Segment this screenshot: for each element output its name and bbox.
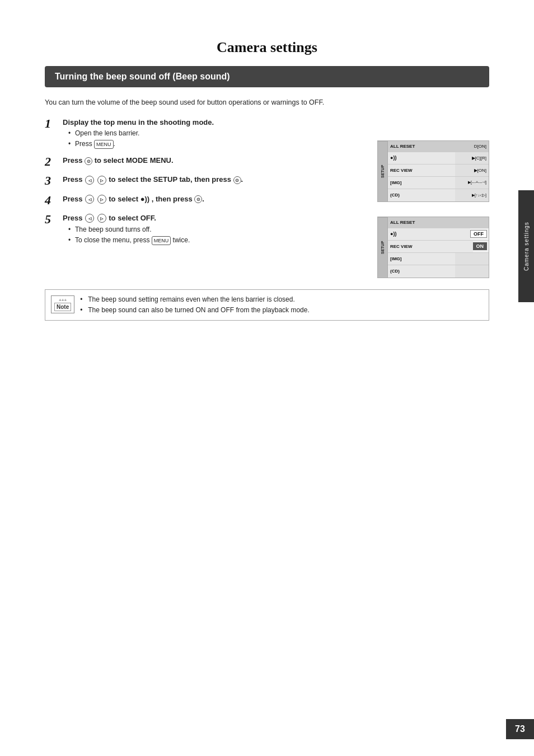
section-header: Turning the beep sound off (Beep sound) xyxy=(45,66,489,87)
menu2-cd-val xyxy=(455,265,489,278)
menu2-row-beep: ●)) OFF xyxy=(388,228,489,241)
menu2-cd-label: (CD) xyxy=(388,265,455,278)
note-line-2: The beep sound can also be turned ON and… xyxy=(80,305,310,316)
menu2-row-recview: REC VIEW ON xyxy=(388,241,489,253)
menu-beep-label: ●)) xyxy=(388,152,455,164)
menu2-beep-buttons: OFF xyxy=(470,228,489,240)
right-nav-icon-4: ▷ xyxy=(97,195,106,204)
menu-all-reset: ALL RESET xyxy=(388,141,455,152)
step-5-line-1: The beep sound turns off. xyxy=(68,224,366,235)
left-nav-icon: ◁ xyxy=(85,176,94,185)
step-4-number: 4 xyxy=(45,194,63,207)
step-1-title: Display the top menu in the shooting mod… xyxy=(63,118,366,126)
menu2-row-img: [IMG] xyxy=(388,253,489,265)
side-tab-label: Camera settings xyxy=(523,222,530,271)
side-label-setup: SETUP xyxy=(378,141,387,201)
main-title: Camera settings xyxy=(45,39,489,56)
note-line-1: The beep sound setting remains even when… xyxy=(80,294,310,305)
note-icon: +++ Note xyxy=(51,295,74,313)
menu2-row-cd: (CD) xyxy=(388,265,489,278)
note-box: +++ Note The beep sound setting remains … xyxy=(45,289,489,321)
menu-image-2: SETUP ALL RESET ●)) OFF xyxy=(377,217,489,278)
step-4-title: Press ◁ ▷ to select ●)) , then press ⊙. xyxy=(63,195,366,204)
menu2-beep-label: ●)) xyxy=(388,228,470,240)
menu-img-label: [IMG] xyxy=(388,177,455,189)
menu-wrapper-2: SETUP ALL RESET ●)) OFF xyxy=(377,217,489,278)
steps-list: 1 Display the top menu in the shooting m… xyxy=(45,118,366,253)
step-5: 5 Press ◁ ▷ to select OFF. The beep soun… xyxy=(45,214,366,246)
side-label-setup-2: SETUP xyxy=(378,217,387,278)
step-3: 3 Press ◁ ▷ to select the SETUP tab, the… xyxy=(45,175,366,187)
step-1: 1 Display the top menu in the shooting m… xyxy=(45,118,366,149)
set-icon-3: ⊙ xyxy=(233,176,241,184)
menu-row-beep-1: ●)) ▶[C][R] xyxy=(388,152,489,165)
step-1-bullets: Open the lens barrier. Press MENU. xyxy=(68,128,366,149)
step-4-content: Press ◁ ▷ to select ●)) , then press ⊙. xyxy=(63,195,366,206)
step-1-bullet-1: Open the lens barrier. xyxy=(68,128,366,139)
intro-text: You can turn the volume of the beep soun… xyxy=(45,97,489,108)
menu2-img-val xyxy=(455,253,489,265)
menu-all-reset-val: D[ON] xyxy=(455,141,489,152)
menu-image-1-content: ALL RESET D[ON] ●)) ▶[C][R] REC VIEW ▶[O… xyxy=(387,140,489,202)
menu-image-2-content: ALL RESET ●)) OFF REC VIEW xyxy=(387,217,489,278)
menu-beep-val: ▶[C][R] xyxy=(455,152,489,164)
set-icon: ⊙ xyxy=(85,157,92,165)
menu-img-val: ▶[---+---⊣] xyxy=(455,177,489,189)
step-3-title: Press ◁ ▷ to select the SETUP tab, then … xyxy=(63,175,366,185)
step-2-title: Press ⊙ to select MODE MENU. xyxy=(63,156,366,165)
menu2-header: ALL RESET xyxy=(388,217,489,228)
step-3-content: Press ◁ ▷ to select the SETUP tab, then … xyxy=(63,175,366,186)
menu-image-1: SETUP ALL RESET D[ON] ●)) ▶[C][R] xyxy=(377,140,489,202)
menu2-img-label: [IMG] xyxy=(388,253,455,265)
step-5-line-2: To close the menu, press MENU twice. xyxy=(68,235,366,246)
menu-screenshots: SETUP ALL RESET D[ON] ●)) ▶[C][R] xyxy=(377,118,489,278)
menu-cd-val: ▶[↑↓◁▷] xyxy=(455,189,489,201)
off-button: OFF xyxy=(470,230,487,238)
page-container: Camera settings 73 Camera settings Turni… xyxy=(0,0,534,756)
steps-layout: 1 Display the top menu in the shooting m… xyxy=(45,118,489,278)
step-4: 4 Press ◁ ▷ to select ●)) , then press ⊙… xyxy=(45,195,366,207)
menu-cd-label: (CD) xyxy=(388,189,455,201)
step-5-content: Press ◁ ▷ to select OFF. The beep sound … xyxy=(63,214,366,246)
left-nav-icon-5: ◁ xyxy=(85,214,94,223)
menu2-all-reset-val xyxy=(455,217,489,228)
step-1-number: 1 xyxy=(45,117,63,130)
side-tab: Camera settings xyxy=(518,190,534,302)
menu2-recview-buttons: ON xyxy=(473,241,489,252)
set-icon-4: ⊙ xyxy=(194,195,202,203)
menu-row-recview-1: REC VIEW ▶[ON] xyxy=(388,165,489,177)
menu-row-cd-1: (CD) ▶[↑↓◁▷] xyxy=(388,189,489,201)
menu2-all-reset: ALL RESET xyxy=(388,217,455,228)
step-2-number: 2 xyxy=(45,155,63,168)
step-5-title: Press ◁ ▷ to select OFF. xyxy=(63,214,366,223)
menu-icon-5: MENU xyxy=(152,236,171,245)
menu-recview-val: ▶[ON] xyxy=(455,165,489,176)
menu-wrapper-1: SETUP ALL RESET D[ON] ●)) ▶[C][R] xyxy=(377,140,489,202)
menu-recview-label: REC VIEW xyxy=(388,165,455,176)
menu2-recview-label: REC VIEW xyxy=(388,241,473,252)
note-content: The beep sound setting remains even when… xyxy=(80,294,310,316)
step-1-content: Display the top menu in the shooting mod… xyxy=(63,118,366,149)
page-number: 73 xyxy=(506,719,534,739)
menu-row-img-1: [IMG] ▶[---+---⊣] xyxy=(388,177,489,189)
left-nav-icon-4: ◁ xyxy=(85,195,94,204)
right-nav-icon: ▷ xyxy=(97,176,106,185)
step-3-number: 3 xyxy=(45,174,63,187)
step-2: 2 Press ⊙ to select MODE MENU. xyxy=(45,156,366,168)
step-2-content: Press ⊙ to select MODE MENU. xyxy=(63,156,366,167)
menu-header: ALL RESET D[ON] xyxy=(388,141,489,152)
step-1-bullet-2: Press MENU. xyxy=(68,139,366,149)
step-5-sub: The beep sound turns off. To close the m… xyxy=(68,224,366,246)
on-button: ON xyxy=(473,242,488,250)
right-nav-icon-5: ▷ xyxy=(97,214,106,223)
menu-icon: MENU xyxy=(94,140,114,149)
step-5-number: 5 xyxy=(45,213,63,226)
